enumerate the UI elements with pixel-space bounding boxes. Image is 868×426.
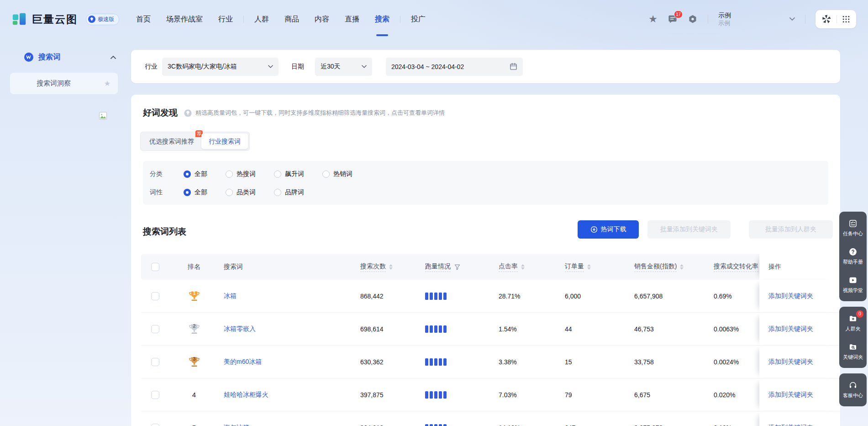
- favorite-star-icon[interactable]: ★: [648, 14, 658, 24]
- ctr-cell: 3.38%: [489, 346, 556, 378]
- customer-service-icon: [848, 381, 857, 390]
- sort-icon[interactable]: [587, 262, 591, 272]
- help-manual-button[interactable]: 帮助手册: [839, 242, 867, 271]
- radio-category-rising[interactable]: 飙升词: [274, 170, 304, 178]
- radio-category-hot-search[interactable]: 热搜词: [226, 170, 256, 178]
- chevron-up-icon[interactable]: [110, 56, 116, 59]
- conversion-cell: 0.0024%: [705, 346, 759, 378]
- search-word-link[interactable]: 海尔冰箱: [224, 424, 249, 426]
- radio-category-all[interactable]: 全部: [184, 170, 207, 178]
- row-checkbox[interactable]: [151, 358, 159, 366]
- add-to-keyword-folder-link[interactable]: 添加到关键词夹: [768, 391, 813, 399]
- select-all-checkbox[interactable]: [151, 263, 159, 271]
- keyword-folder-icon: [848, 342, 857, 351]
- batch-add-audience-folder-button[interactable]: 批量添加到人群夹: [749, 220, 833, 239]
- col-header-sales-index[interactable]: 销售金额(指数): [634, 262, 677, 272]
- nav-item-home[interactable]: 首页: [136, 15, 151, 24]
- add-to-keyword-folder-link[interactable]: 添加到关键词夹: [768, 424, 813, 426]
- sidebar-group-search-words[interactable]: 搜索词: [24, 52, 116, 62]
- tab-industry-words[interactable]: 行业搜索词: [201, 133, 248, 149]
- sort-icon[interactable]: [389, 262, 393, 272]
- ctr-cell: 1.54%: [489, 313, 556, 345]
- tab-recommended-words[interactable]: 优选搜索词推荐 荐: [142, 133, 201, 149]
- discovery-header: 好词发现 精选高质量词包，可一键下载，同时支持多维度指标精细筛选海量搜索词，点击…: [143, 107, 445, 119]
- row-checkbox[interactable]: [151, 391, 159, 399]
- industry-select[interactable]: 3C数码家电/大家电/冰箱: [162, 58, 279, 76]
- floating-item-label: 任务中心: [843, 230, 863, 237]
- orders-cell: 6,000: [556, 280, 625, 312]
- nav-item-product[interactable]: 商品: [284, 15, 299, 24]
- filter-funnel-icon[interactable]: [454, 264, 460, 270]
- add-to-keyword-folder-link[interactable]: 添加到关键词夹: [768, 325, 813, 333]
- audience-folder-button[interactable]: 0 人群夹: [839, 309, 867, 337]
- favorite-star-icon[interactable]: ★: [104, 80, 110, 87]
- add-to-keyword-folder-link[interactable]: 添加到关键词夹: [768, 358, 813, 366]
- account-menu[interactable]: 示例 示例: [718, 11, 795, 27]
- filter-row-label: 分类: [150, 170, 171, 178]
- nav-item-audience[interactable]: 人群: [254, 15, 269, 24]
- search-word-link[interactable]: 美的m60冰箱: [224, 358, 262, 366]
- col-header-heat[interactable]: 跑量情况: [425, 262, 451, 272]
- word-source-tabs: 优选搜索词推荐 荐 行业搜索词: [140, 132, 250, 151]
- search-word-link[interactable]: 娃哈哈冰柜爆火: [224, 391, 268, 399]
- date-preset-select[interactable]: 近30天: [315, 58, 372, 76]
- nav-item-content[interactable]: 内容: [315, 15, 329, 24]
- app-logo[interactable]: 巨量云图 极速版: [12, 11, 119, 27]
- sort-icon[interactable]: [521, 262, 525, 272]
- nav-item-ads[interactable]: 投广: [411, 15, 426, 24]
- keyword-folder-button[interactable]: 关键词夹: [839, 337, 867, 366]
- engine-pinwheel-icon[interactable]: [821, 14, 832, 25]
- nav-item-live[interactable]: 直播: [345, 15, 359, 24]
- add-to-keyword-folder-link[interactable]: 添加到关键词夹: [768, 292, 813, 300]
- ctr-cell: 28.71%: [489, 280, 556, 312]
- nav-item-industry[interactable]: 行业: [218, 15, 233, 24]
- col-header-search-volume[interactable]: 搜索次数: [360, 262, 386, 272]
- radio-type-brand-word[interactable]: 品牌词: [274, 188, 304, 197]
- date-range-input[interactable]: 2024-03-04 ~ 2024-04-02: [386, 58, 523, 76]
- col-header-orders[interactable]: 订单量: [565, 262, 584, 272]
- radio-label: 全部: [195, 170, 207, 178]
- sidebar-item-label: 搜索词洞察: [37, 79, 71, 88]
- row-checkbox[interactable]: [151, 325, 159, 333]
- app-grid-icon[interactable]: [842, 15, 851, 24]
- radio-category-hot-sale[interactable]: 热销词: [322, 170, 352, 178]
- broken-image-icon: [99, 112, 107, 120]
- nav-item-search[interactable]: 搜索: [375, 15, 389, 24]
- col-header-action: 操作: [768, 263, 781, 271]
- discovery-title: 好词发现: [143, 107, 178, 119]
- sort-icon[interactable]: [680, 262, 684, 272]
- row-checkbox[interactable]: [151, 424, 159, 426]
- col-header-rank: 排名: [188, 263, 200, 271]
- floating-group-service: 客服中心: [839, 373, 867, 406]
- customer-service-button[interactable]: 客服中心: [839, 376, 867, 404]
- video-school-button[interactable]: 视频学堂: [839, 271, 867, 299]
- radio-icon: [274, 170, 281, 178]
- sales-index-cell: 33,758: [625, 346, 705, 378]
- message-icon[interactable]: 17: [668, 14, 678, 24]
- search-word-link[interactable]: 冰箱: [224, 292, 237, 300]
- col-header-ctr[interactable]: 点击率: [499, 262, 518, 272]
- search-word-link[interactable]: 冰箱零嵌入: [224, 325, 256, 333]
- row-checkbox[interactable]: [151, 292, 159, 300]
- col-header-conversion[interactable]: 搜索成交转化率: [714, 262, 758, 272]
- diamond-icon: [88, 16, 95, 23]
- heat-bars: [425, 391, 448, 399]
- top-navbar: 巨量云图 极速版 首页 场景作战室 行业 人群 商品 内容 直播 搜索 投广 ★: [0, 0, 868, 38]
- bronze-trophy-icon: 3: [188, 356, 200, 368]
- floating-group-folders: 0 人群夹 关键词夹: [839, 307, 867, 368]
- account-names: 示例 示例: [718, 11, 731, 27]
- col-header-word: 搜索词: [224, 263, 243, 271]
- date-preset-value: 近30天: [321, 63, 341, 71]
- sidebar-item-search-word-insight[interactable]: 搜索词洞察 ★: [10, 73, 118, 94]
- task-center-button[interactable]: 任务中心: [839, 214, 867, 242]
- help-manual-icon: [848, 247, 857, 256]
- nav-item-scenario-room[interactable]: 场景作战室: [166, 15, 203, 24]
- radio-type-all[interactable]: 全部: [184, 188, 207, 197]
- logo-badge-text: 极速版: [98, 16, 114, 23]
- logo-text: 巨量云图: [32, 12, 78, 27]
- account-name: 示例: [718, 11, 731, 19]
- settings-nut-icon[interactable]: [688, 14, 698, 24]
- radio-type-category-word[interactable]: 品类词: [226, 188, 256, 197]
- batch-add-keyword-folder-button[interactable]: 批量添加到关键词夹: [647, 220, 731, 239]
- hot-word-download-button[interactable]: 热词下载: [578, 220, 639, 239]
